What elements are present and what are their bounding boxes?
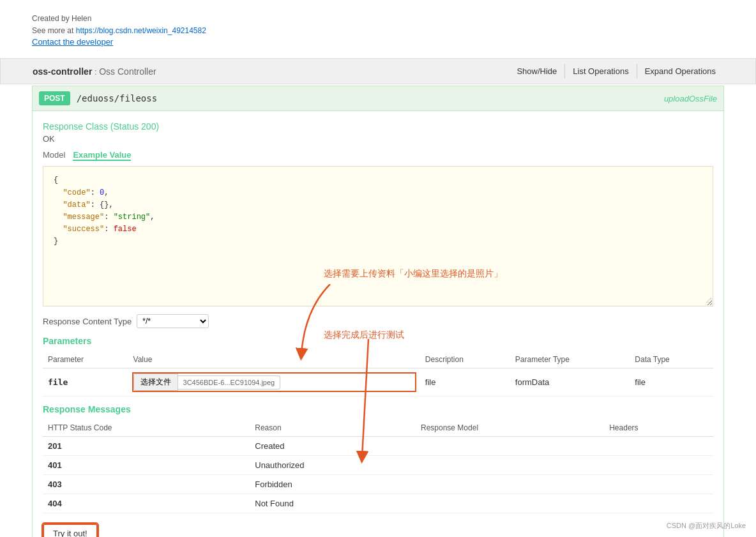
try-it-out-button[interactable]: Try it out! — [43, 524, 98, 537]
reason-404: Not Found — [250, 494, 416, 513]
controller-bar: oss-controller : Oss Controller Show/Hid… — [0, 58, 756, 84]
col-headers: Headers — [604, 420, 713, 437]
created-by-label: Created by Helen — [32, 14, 91, 23]
col-reason: Reason — [250, 420, 416, 437]
model-tabs: Model Example Value — [43, 150, 713, 161]
table-row: 201 Created — [43, 437, 713, 456]
post-badge: POST — [39, 91, 70, 105]
controller-sep: : — [92, 67, 99, 77]
status-code-201: 201 — [43, 437, 250, 456]
header-created: Created by Helen See more at https://blo… — [32, 13, 724, 37]
model-tab[interactable]: Model — [43, 150, 65, 161]
status-code-401: 401 — [43, 456, 250, 475]
controller-actions: Show/Hide List Operations Expand Operati… — [509, 64, 723, 79]
reason-401: Unauthorized — [250, 456, 416, 475]
endpoint-operation-id: uploadOssFile — [664, 94, 717, 103]
example-value-tab[interactable]: Example Value — [73, 150, 131, 161]
response-class-section: Response Class (Status 200) OK Model Exa… — [43, 121, 713, 306]
csdn-footer: CSDN @面对疾风的Loke — [667, 521, 746, 531]
status-code-404: 404 — [43, 494, 250, 513]
see-more-label: See more at — [32, 26, 76, 35]
model-403 — [416, 475, 604, 494]
try-button-container: Try it out! — [43, 524, 713, 537]
col-description: Description — [420, 351, 510, 368]
model-401 — [416, 456, 604, 475]
response-class-title: Response Class (Status 200) — [43, 121, 713, 132]
file-input-row: 选择文件 3C456BDE-6...EC91094.jpeg — [133, 374, 415, 391]
blog-link[interactable]: https://blog.csdn.net/weixin_49214582 — [76, 26, 206, 35]
param-type-cell: formData — [510, 368, 630, 397]
reason-201: Created — [250, 437, 416, 456]
content-type-select[interactable]: */* application/json text/plain — [137, 314, 209, 328]
status-code-403: 403 — [43, 475, 250, 494]
main-content: POST /eduoss/fileoss uploadOssFile Respo… — [0, 86, 756, 537]
content-type-label: Response Content Type — [43, 317, 132, 326]
table-row: 404 Not Found — [43, 494, 713, 513]
model-404 — [416, 494, 604, 513]
data-type: file — [635, 377, 646, 387]
table-row: file 选择文件 3C456BDE-6...EC91094.jpeg file — [43, 368, 713, 397]
response-ok-text: OK — [43, 134, 713, 144]
table-row: 401 Unauthorized — [43, 456, 713, 475]
code-block: { "code": 0, "data": {}, "message": "str… — [43, 166, 713, 306]
controller-name: oss-controller — [33, 66, 92, 77]
endpoint-path: /eduoss/fileoss — [77, 93, 157, 103]
parameters-section: Parameters 选择完成后进行测试 — [43, 336, 713, 397]
reason-403: Forbidden — [250, 475, 416, 494]
response-table-header-row: HTTP Status Code Reason Response Model H… — [43, 420, 713, 437]
contact-link[interactable]: Contact the developer — [32, 37, 113, 47]
controller-subtitle: Oss Controller — [99, 66, 156, 77]
model-201 — [416, 437, 604, 456]
section-container: Response Class (Status 200) OK Model Exa… — [32, 111, 724, 537]
page-wrapper: Created by Helen See more at https://blo… — [0, 0, 756, 537]
params-table: Parameter Value Description Parameter Ty… — [43, 351, 713, 397]
header-area: Created by Helen See more at https://blo… — [0, 8, 756, 53]
col-response-model: Response Model — [416, 420, 604, 437]
list-operations-button[interactable]: List Operations — [564, 64, 636, 79]
code-block-container: { "code": 0, "data": {}, "message": "str… — [43, 166, 713, 306]
response-messages-section: Response Messages HTTP Status Code Reaso… — [43, 404, 713, 513]
params-title: Parameters — [43, 336, 713, 346]
show-hide-button[interactable]: Show/Hide — [509, 64, 564, 79]
col-http-status: HTTP Status Code — [43, 420, 250, 437]
headers-404 — [604, 494, 713, 513]
param-description-cell: file — [420, 368, 510, 397]
controller-title: oss-controller : Oss Controller — [33, 66, 156, 77]
response-table: HTTP Status Code Reason Response Model H… — [43, 420, 713, 513]
headers-403 — [604, 475, 713, 494]
headers-201 — [604, 437, 713, 456]
params-table-header-row: Parameter Value Description Parameter Ty… — [43, 351, 713, 368]
param-name-cell: file — [43, 368, 128, 397]
content-type-row: Response Content Type */* application/js… — [43, 314, 713, 328]
col-value: Value — [128, 351, 420, 368]
endpoint-row: POST /eduoss/fileoss uploadOssFile — [32, 86, 724, 111]
col-data-type: Data Type — [630, 351, 713, 368]
resize-handle: ◿ — [706, 294, 711, 305]
col-parameter: Parameter — [43, 351, 128, 368]
expand-operations-button[interactable]: Expand Operations — [637, 64, 723, 79]
response-messages-title: Response Messages — [43, 404, 713, 414]
choose-file-button[interactable]: 选择文件 — [133, 374, 178, 391]
param-name: file — [48, 377, 68, 387]
data-type-cell: file — [630, 368, 713, 397]
param-value-cell: 选择文件 3C456BDE-6...EC91094.jpeg — [128, 368, 420, 397]
param-description: file — [425, 377, 436, 387]
param-type: formData — [515, 377, 549, 387]
file-name-display: 3C456BDE-6...EC91094.jpeg — [178, 375, 281, 390]
col-param-type: Parameter Type — [510, 351, 630, 368]
headers-401 — [604, 456, 713, 475]
table-row: 403 Forbidden — [43, 475, 713, 494]
